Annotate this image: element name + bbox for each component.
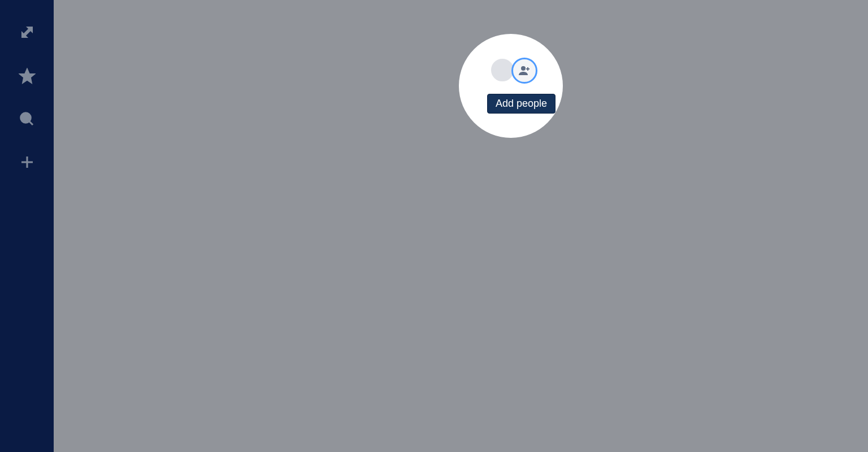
spotlight-content: Add people [487,58,555,114]
tooltip: Add people [487,94,555,114]
add-people-button[interactable] [511,58,537,84]
jira-logo-icon[interactable] [18,23,37,44]
avatar[interactable] [490,58,515,82]
svg-point-25 [521,66,526,71]
svg-point-0 [20,113,31,123]
star-icon[interactable] [19,68,36,87]
plus-icon[interactable] [19,154,36,173]
svg-line-1 [29,121,32,125]
global-nav-rail [0,0,54,452]
search-icon[interactable] [19,111,36,130]
